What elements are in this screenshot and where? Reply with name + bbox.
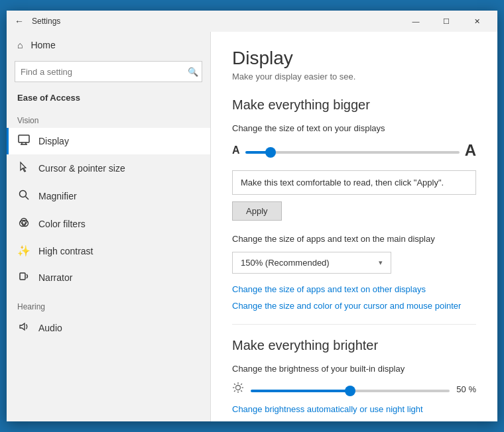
cursor-icon: [17, 161, 31, 176]
content-area: ⌂ Home 🔍 Ease of Access Vision: [7, 32, 497, 421]
sidebar-heading: Ease of Access: [7, 90, 210, 111]
apps-size-label: Change the size of apps and text on the …: [232, 234, 476, 244]
dropdown-value: 150% (Recommended): [241, 258, 330, 268]
settings-window: ← Settings — ☐ ✕ ⌂ Home 🔍 Ease of Access: [7, 11, 497, 421]
section2-title: Make everything brighter: [232, 338, 476, 353]
link-other-displays[interactable]: Change the size of apps and text on othe…: [232, 284, 476, 294]
text-preview-box: Make this text comfortable to read, then…: [232, 170, 476, 195]
svg-point-4: [20, 191, 27, 197]
link-brightness-auto[interactable]: Change brightness automatically or use n…: [232, 404, 476, 414]
sidebar-item-high-contrast[interactable]: ✨ High contrast: [7, 238, 210, 264]
brightness-slider[interactable]: [251, 390, 450, 392]
hearing-section: Hearing Audio: [7, 297, 210, 342]
color-filters-label: Color filters: [38, 219, 86, 229]
brightness-track: [251, 383, 450, 395]
size-dropdown[interactable]: 150% (Recommended) ▾: [232, 252, 391, 274]
close-button[interactable]: ✕: [462, 11, 492, 32]
sidebar-item-home[interactable]: ⌂ Home: [7, 32, 210, 58]
back-button[interactable]: ←: [12, 16, 27, 27]
color-filters-icon: [17, 217, 31, 231]
cursor-label: Cursor & pointer size: [38, 163, 125, 174]
titlebar-controls: — ☐ ✕: [401, 11, 492, 32]
slider-label-large: A: [465, 141, 476, 160]
svg-line-17: [241, 384, 242, 385]
narrator-icon: [17, 270, 31, 285]
text-size-label: Change the size of text on your displays: [232, 123, 476, 133]
brightness-label: Change the brightness of your built-in d…: [232, 364, 476, 374]
brightness-value: 50 %: [456, 384, 476, 394]
link-cursor-color[interactable]: Change the size and color of your cursor…: [232, 301, 476, 311]
hearing-section-title: Hearing: [7, 297, 210, 314]
brightness-slider-row: 50 %: [232, 382, 476, 396]
svg-line-18: [234, 390, 235, 392]
main-content: Display Make your display easier to see.…: [211, 32, 497, 421]
sidebar-item-audio[interactable]: Audio: [7, 314, 210, 342]
magnifier-label: Magnifier: [38, 191, 77, 201]
audio-icon: [17, 321, 31, 335]
text-size-slider[interactable]: [245, 151, 460, 154]
sidebar-item-cursor[interactable]: Cursor & pointer size: [7, 154, 210, 182]
svg-line-16: [241, 390, 242, 392]
sidebar: ⌂ Home 🔍 Ease of Access Vision: [7, 32, 211, 421]
display-label: Display: [38, 136, 69, 146]
svg-rect-0: [19, 135, 29, 142]
search-box: 🔍: [15, 61, 202, 82]
section-divider: [232, 324, 476, 325]
page-subtitle: Make your display easier to see.: [232, 72, 476, 81]
section1-title: Make everything bigger: [232, 97, 476, 113]
sidebar-item-magnifier[interactable]: Magnifier: [7, 182, 210, 210]
text-preview-content: Make this text comfortable to read, then…: [241, 178, 444, 188]
text-size-slider-track: [245, 144, 460, 156]
svg-point-10: [236, 386, 241, 390]
narrator-label: Narrator: [38, 272, 72, 283]
high-contrast-icon: ✨: [17, 244, 31, 257]
text-size-slider-row: A A: [232, 141, 476, 160]
svg-line-15: [234, 384, 235, 385]
titlebar: ← Settings — ☐ ✕: [7, 11, 497, 32]
search-icon: 🔍: [188, 67, 198, 77]
home-label: Home: [31, 40, 55, 50]
audio-label: Audio: [38, 323, 62, 333]
sidebar-item-display[interactable]: Display: [7, 128, 210, 154]
display-icon: [17, 135, 31, 148]
titlebar-title: Settings: [32, 17, 60, 26]
titlebar-left: ← Settings: [12, 16, 60, 27]
maximize-button[interactable]: ☐: [431, 11, 462, 32]
high-contrast-label: High contrast: [38, 246, 93, 256]
svg-line-5: [26, 197, 29, 200]
sidebar-item-color-filters[interactable]: Color filters: [7, 210, 210, 238]
svg-point-8: [21, 219, 27, 225]
sidebar-item-narrator[interactable]: Narrator: [7, 264, 210, 292]
search-input[interactable]: [15, 61, 202, 82]
magnifier-icon: [17, 189, 31, 203]
page-title: Display: [232, 48, 476, 69]
chevron-down-icon: ▾: [379, 258, 383, 267]
home-icon: ⌂: [17, 40, 23, 50]
brightness-icon: [232, 382, 244, 396]
vision-section-title: Vision: [7, 111, 210, 128]
slider-label-small: A: [232, 144, 240, 156]
svg-rect-9: [20, 273, 25, 280]
minimize-button[interactable]: —: [401, 11, 431, 32]
apply-button[interactable]: Apply: [232, 201, 282, 221]
